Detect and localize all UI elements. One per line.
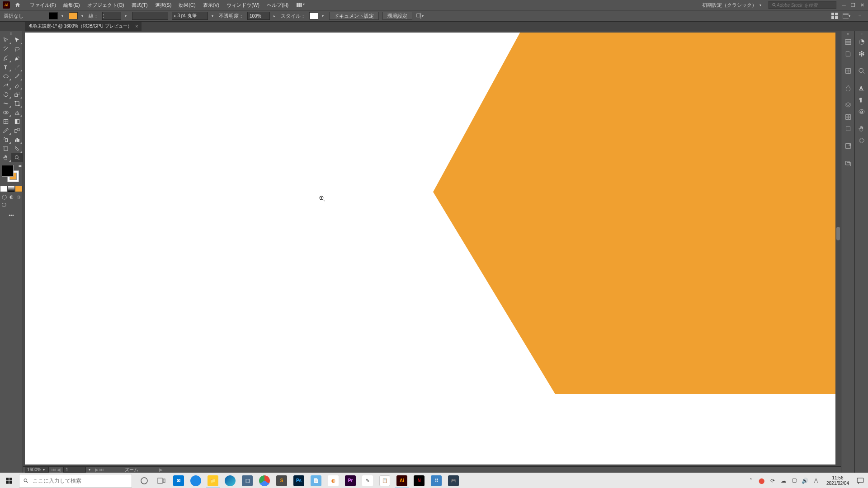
align-panel-icon[interactable]: [856, 135, 868, 146]
artboard-nav[interactable]: ⏮◀: [52, 467, 61, 472]
artboard-select[interactable]: 1: [63, 467, 86, 473]
fill-dropdown-icon[interactable]: ▾: [61, 14, 65, 18]
edge-app-icon[interactable]: [222, 473, 239, 488]
color-panel-icon[interactable]: [856, 37, 868, 47]
swap-fill-stroke-icon[interactable]: ⇄: [19, 164, 22, 168]
edit-toolbar-icon[interactable]: •••: [0, 211, 23, 219]
start-button[interactable]: [0, 473, 18, 488]
taskbar-search-input[interactable]: [33, 478, 128, 484]
panel-grip-icon[interactable]: ⠿: [0, 32, 23, 36]
swatches-panel-icon[interactable]: [856, 66, 868, 76]
artboards-panel-icon[interactable]: [842, 123, 854, 134]
draw-inside-icon[interactable]: ◑: [15, 193, 22, 200]
menu-window[interactable]: ウィンドウ(W): [223, 0, 263, 10]
stock-search-input[interactable]: [777, 3, 833, 8]
task-view-icon[interactable]: [153, 473, 170, 488]
eraser-tool[interactable]: [11, 81, 23, 90]
menu-edit[interactable]: 編集(E): [60, 0, 84, 10]
hand-tool[interactable]: [0, 153, 11, 162]
stroke-weight-dropdown[interactable]: ▾: [125, 14, 128, 18]
screen-mode-icon[interactable]: 🖵: [1, 201, 7, 208]
opacity-input[interactable]: 100%: [247, 12, 270, 20]
curvature-tool[interactable]: [11, 54, 23, 63]
app-icon-4[interactable]: 📋: [376, 473, 393, 488]
lasso-tool[interactable]: [11, 45, 23, 54]
slice-tool[interactable]: [11, 144, 23, 153]
style-dropdown[interactable]: ▾: [322, 14, 326, 18]
tray-record-icon[interactable]: ⬤: [758, 477, 766, 485]
menu-view[interactable]: 表示(V): [199, 0, 223, 10]
color-mode-none[interactable]: [15, 186, 23, 192]
gradient-tool[interactable]: [11, 117, 23, 126]
zoom-level-select[interactable]: 1600%▾: [25, 467, 49, 473]
status-more-icon[interactable]: ▶: [159, 467, 163, 472]
style-swatch[interactable]: [309, 12, 318, 19]
photoshop-app-icon[interactable]: Ps: [290, 473, 307, 488]
stroke-dropdown-icon[interactable]: ▾: [81, 14, 85, 18]
tray-chevron-icon[interactable]: ˄: [747, 477, 755, 485]
scale-tool[interactable]: [11, 90, 23, 99]
artboard-canvas[interactable]: [25, 33, 835, 465]
properties-panel-icon[interactable]: [842, 37, 854, 47]
symbol-sprayer-tool[interactable]: [0, 135, 11, 144]
tray-ime-icon[interactable]: A: [812, 477, 820, 485]
mesh-tool[interactable]: [0, 117, 11, 126]
taskbar-search[interactable]: [19, 474, 132, 488]
brush-dropdown[interactable]: ▾: [212, 14, 215, 18]
draw-normal-icon[interactable]: ◯: [1, 193, 7, 200]
cortana-icon[interactable]: [136, 473, 153, 488]
shape-builder-tool[interactable]: [0, 108, 11, 117]
fill-stroke-control[interactable]: ⇄: [0, 164, 23, 184]
explorer-app-icon[interactable]: 📁: [204, 473, 222, 488]
essentials-icon[interactable]: [830, 12, 839, 20]
draw-behind-icon[interactable]: ◐: [8, 193, 14, 200]
stroke-weight-input[interactable]: ▴▾: [102, 12, 121, 20]
opacity-side-arrow[interactable]: ▸: [274, 14, 277, 18]
menu-select[interactable]: 選択(S): [151, 0, 175, 10]
zoom-tool[interactable]: [11, 153, 23, 162]
tray-sync-icon[interactable]: ⟳: [769, 477, 777, 485]
app-icon-5[interactable]: ⠿: [428, 473, 445, 488]
taskbar-clock[interactable]: 11:56 2021/02/04: [823, 475, 853, 486]
export-panel-icon[interactable]: [842, 141, 854, 151]
stock-search[interactable]: [769, 1, 836, 9]
ellipse-tool[interactable]: [0, 72, 11, 81]
arrange-documents-icon[interactable]: ▾: [297, 2, 306, 8]
app-icon-3[interactable]: ✎: [359, 473, 376, 488]
line-tool[interactable]: [11, 63, 23, 72]
minimize-icon[interactable]: ─: [841, 2, 847, 8]
free-transform-tool[interactable]: [11, 99, 23, 108]
doc-arrange-icon[interactable]: ▾: [843, 12, 852, 20]
stroke-swatch[interactable]: [69, 12, 78, 19]
color-guide-panel-icon[interactable]: [856, 48, 868, 59]
app-icon-1[interactable]: ⬚: [239, 473, 256, 488]
brush-definition[interactable]: •3 pt. 丸筆: [172, 12, 208, 20]
tray-volume-icon[interactable]: 🔊: [801, 477, 809, 485]
netflix-app-icon[interactable]: N: [410, 473, 428, 488]
artboard-nav-next[interactable]: ▶⏭: [95, 467, 104, 472]
pen-tool[interactable]: [0, 54, 11, 63]
menu-help[interactable]: ヘルプ(H): [263, 0, 292, 10]
menu-type[interactable]: 書式(T): [128, 0, 151, 10]
blend-tool[interactable]: [11, 126, 23, 135]
preferences-button[interactable]: 環境設定: [382, 12, 412, 20]
eyedropper-tool[interactable]: [0, 126, 11, 135]
premiere-app-icon[interactable]: Pr: [342, 473, 359, 488]
workspace-switcher[interactable]: 初期設定（クラシック） ▾: [697, 2, 769, 9]
sublime-app-icon[interactable]: S: [273, 473, 290, 488]
brushes-panel-icon[interactable]: [842, 66, 854, 76]
document-setup-button[interactable]: ドキュメント設定: [329, 12, 379, 20]
menu-object[interactable]: オブジェクト(O): [84, 0, 128, 10]
mail-app-icon[interactable]: ✉: [170, 473, 187, 488]
tray-display-icon[interactable]: 🖵: [790, 477, 798, 485]
vertical-scrollbar[interactable]: [835, 33, 841, 465]
document-tab[interactable]: 名称未設定-1* @ 1600%（RGB/GPU プレビュー） ×: [25, 22, 142, 31]
fill-swatch[interactable]: [49, 12, 58, 19]
selection-tool[interactable]: [0, 36, 11, 45]
character-panel-icon[interactable]: A: [856, 83, 868, 94]
color-mode-gradient[interactable]: [8, 186, 15, 192]
libraries-panel-icon[interactable]: [842, 48, 854, 59]
tray-cloud-icon[interactable]: ☁: [779, 477, 788, 485]
close-icon[interactable]: ✕: [859, 2, 865, 8]
chrome-app-icon[interactable]: [256, 473, 273, 488]
